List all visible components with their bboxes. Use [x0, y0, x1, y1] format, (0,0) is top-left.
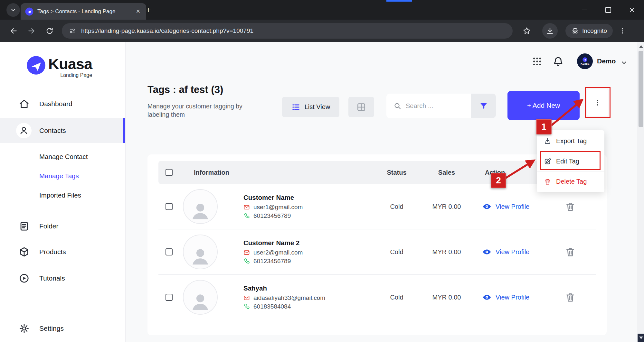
contact-phone: 60123456789	[253, 258, 291, 265]
reload-icon	[45, 27, 54, 35]
icon-circle	[16, 123, 32, 138]
cube-icon	[19, 246, 30, 257]
header-status: Status	[374, 169, 419, 176]
table-header: Information Status Sales Action	[158, 161, 596, 184]
mail-icon	[243, 249, 250, 256]
downloads-button[interactable]	[542, 23, 558, 39]
forward-icon	[27, 27, 36, 35]
phone-icon	[243, 258, 250, 264]
maximize-button[interactable]	[596, 0, 620, 20]
sidebar-item-label: Manage Tags	[39, 172, 79, 180]
tab-close-button[interactable]: ✕	[135, 7, 142, 15]
web-page: Kuasa Landing Page Dashboard Contacts Ma…	[0, 42, 644, 342]
page-scrollbar[interactable]	[638, 42, 644, 342]
bookmark-button[interactable]	[520, 24, 534, 38]
user-menu-chevron[interactable]	[620, 59, 628, 66]
status-value: Cold	[374, 294, 419, 301]
filter-button[interactable]	[471, 94, 496, 118]
menu-item-label: Edit Tag	[556, 158, 579, 165]
address-bar[interactable]: https://landing-page.kuasa.io/categories…	[62, 23, 513, 39]
sidebar-item-imported-files[interactable]: Imported Files	[0, 188, 125, 203]
user-name[interactable]: Demo	[597, 57, 616, 65]
filter-icon	[479, 102, 488, 110]
view-profile-button[interactable]: View Profile	[482, 202, 529, 211]
mail-icon	[243, 204, 250, 210]
browser-menu-button[interactable]	[616, 24, 629, 38]
view-profile-button[interactable]: View Profile	[482, 293, 529, 302]
view-profile-button[interactable]: View Profile	[482, 247, 529, 256]
sidebar-item-label: Contacts	[39, 127, 66, 134]
browser-toolbar: https://landing-page.kuasa.io/categories…	[0, 20, 644, 42]
chevron-down-icon	[620, 59, 628, 66]
trash-icon	[544, 178, 551, 185]
row-checkbox[interactable]	[166, 248, 173, 255]
site-info-icon[interactable]	[69, 27, 76, 34]
scroll-up-arrow[interactable]	[639, 45, 643, 48]
sidebar-item-settings[interactable]: Settings	[0, 318, 125, 339]
page-subtitle: Manage your customer tagging by labeling…	[147, 102, 244, 119]
bell-icon	[553, 56, 564, 67]
menu-item-delete-tag[interactable]: Delete Tag	[537, 171, 604, 191]
mail-icon	[243, 295, 250, 301]
sidebar-item-label: Folder	[39, 222, 59, 230]
kebab-icon	[619, 27, 626, 34]
eye-icon	[482, 293, 491, 302]
menu-item-label: Delete Tag	[556, 178, 587, 185]
tag-actions-menu: Export Tag Edit Tag Delete Tag	[537, 130, 604, 192]
view-profile-label: View Profile	[496, 294, 529, 301]
row-checkbox[interactable]	[166, 294, 173, 301]
contact-name: Customer Name 2	[243, 239, 303, 247]
list-view-button[interactable]: List View	[282, 97, 339, 117]
list-view-icon	[291, 103, 300, 112]
contact-email: user2@gmail.com	[253, 249, 303, 256]
sidebar-item-contacts[interactable]: Contacts	[0, 118, 125, 143]
sales-value: MYR 0.00	[419, 248, 474, 256]
back-icon	[9, 27, 18, 35]
sidebar-item-manage-contact[interactable]: Manage Contact	[0, 149, 125, 164]
close-window-button[interactable]	[620, 0, 644, 20]
sidebar-item-products[interactable]: Products	[0, 242, 125, 262]
scroll-down-button[interactable]	[638, 334, 644, 342]
eye-icon	[482, 202, 491, 211]
sidebar-item-tutorials[interactable]: Tutorials	[0, 268, 125, 289]
sidebar-item-label: Settings	[39, 325, 64, 332]
grid-view-button[interactable]	[348, 97, 374, 117]
delete-row-button[interactable]	[565, 246, 576, 257]
tab-search-button[interactable]	[6, 3, 20, 17]
browser-tab[interactable]: Tags > Contacts - Landing Page ✕	[21, 3, 146, 20]
minimize-button[interactable]	[573, 0, 596, 20]
sidebar-item-manage-tags[interactable]: Manage Tags	[0, 168, 125, 184]
kuasa-mini-logo-icon	[582, 57, 587, 62]
row-checkbox[interactable]	[166, 203, 173, 210]
table-row: Customer Name 2 user2@gmail.com 60123456…	[158, 229, 596, 275]
incognito-label: Incognito	[582, 27, 607, 34]
add-new-button[interactable]: + Add New	[507, 91, 580, 120]
user-avatar[interactable]: Kuasa	[577, 53, 593, 69]
menu-item-edit-tag[interactable]: Edit Tag	[537, 151, 604, 171]
browser-tab-strip: Tags > Contacts - Landing Page ✕ +	[0, 0, 644, 20]
sidebar-item-folder[interactable]: Folder	[0, 216, 125, 236]
new-tab-button[interactable]: +	[143, 5, 154, 15]
main-content: Kuasa Demo Tags : af test (3) Manage you…	[126, 42, 644, 342]
forward-button[interactable]	[24, 24, 39, 38]
delete-row-button[interactable]	[565, 292, 576, 303]
tab-title: Tags > Contacts - Landing Page	[37, 8, 131, 15]
reload-button[interactable]	[43, 24, 57, 38]
delete-row-button[interactable]	[565, 201, 576, 212]
export-icon	[544, 137, 551, 145]
menu-item-label: Export Tag	[556, 137, 587, 145]
select-all-checkbox[interactable]	[166, 169, 173, 176]
tab-strip-accent	[386, 0, 412, 2]
more-actions-button[interactable]	[587, 89, 608, 116]
sales-value: MYR 0.00	[419, 203, 474, 210]
minimize-icon	[582, 10, 587, 10]
scroll-thumb[interactable]	[639, 51, 643, 127]
apps-grid-button[interactable]	[532, 56, 542, 67]
notifications-button[interactable]	[553, 56, 564, 67]
search-input[interactable]	[405, 102, 461, 110]
sidebar-item-dashboard[interactable]: Dashboard	[0, 94, 125, 114]
app-logo[interactable]: Kuasa Landing Page	[26, 56, 92, 78]
back-button[interactable]	[6, 24, 21, 38]
kebab-icon	[594, 99, 601, 106]
person-silhouette-icon	[190, 291, 211, 312]
